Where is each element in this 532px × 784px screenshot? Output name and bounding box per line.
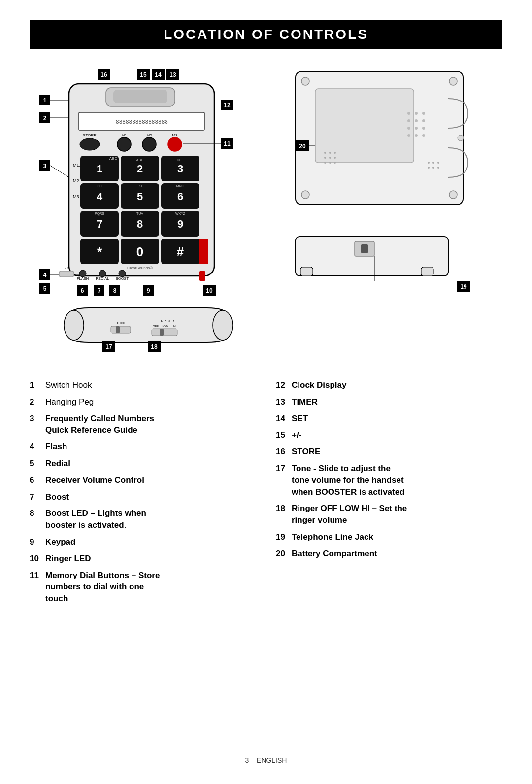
svg-text:PQRS: PQRS [95,212,104,216]
svg-point-149 [458,135,464,141]
list-item-12: 12 Clock Display [276,379,502,391]
item-num-20: 20 [276,548,292,560]
svg-point-132 [329,152,331,154]
item-num-11: 11 [30,570,45,605]
svg-rect-12 [113,90,167,103]
phone-front-svg: 16 15 14 13 12 [30,64,266,301]
svg-point-121 [415,119,418,122]
svg-point-122 [422,119,425,122]
svg-rect-152 [421,267,433,276]
list-item-4: 4 Flash [30,441,256,453]
handset-svg: TONE RINGER OFF LOW HI 17 18 [30,301,266,355]
item-num-18: 18 [276,503,292,526]
list-item-3: 3 Frequently Called NumbersQuick Referen… [30,413,256,437]
item-text-3: Frequently Called NumbersQuick Reference… [45,413,154,437]
svg-rect-116 [315,89,414,163]
svg-point-120 [407,119,410,122]
svg-text:14: 14 [155,71,162,78]
svg-text:JKL: JKL [137,184,143,188]
svg-point-20 [117,137,131,151]
svg-text:7: 7 [98,287,101,294]
svg-text:4: 4 [97,190,103,203]
svg-text:8: 8 [113,287,117,294]
svg-point-123 [407,127,410,130]
item-num-9: 9 [30,536,45,548]
svg-text:M3.: M3. [73,194,80,199]
svg-rect-107 [152,329,177,336]
svg-point-138 [329,162,331,164]
svg-point-22 [168,137,182,151]
svg-text:7: 7 [97,218,102,230]
svg-text:3: 3 [177,163,183,175]
svg-text:MNO: MNO [176,184,185,188]
legend-right: 12 Clock Display 13 TIMER 14 SET 15 +/- … [276,379,502,610]
svg-point-130 [449,191,457,199]
svg-point-131 [324,152,326,154]
item-num-17: 17 [276,463,292,498]
svg-text:ABC: ABC [136,158,143,162]
svg-text:DEF: DEF [177,158,184,162]
svg-point-114 [301,77,309,85]
svg-text:*: * [97,244,102,259]
svg-text:M3: M3 [172,133,178,137]
svg-text:9: 9 [177,218,183,230]
svg-point-98 [64,310,84,340]
list-item-19: 19 Telephone Line Jack [276,531,502,543]
svg-text:5: 5 [137,190,143,203]
phone-diagrams: 16 15 14 13 12 [30,64,266,355]
diagram-left: 16 15 14 13 12 [30,64,266,355]
list-item-13: 13 TIMER [276,396,502,408]
item-num-4: 4 [30,441,45,453]
footer-text: 3 – ENGLISH [245,756,287,764]
list-item-11: 11 Memory Dial Buttons – Storenumbers to… [30,570,256,605]
item-num-12: 12 [276,379,292,391]
list-item-20: 20 Battery Compartment [276,548,502,560]
svg-point-135 [329,157,331,159]
item-num-3: 3 [30,413,45,437]
svg-text:9: 9 [147,287,150,294]
item-text-10: Ringer LED [45,553,91,565]
item-text-17: Tone - Slide to adjust thetone volume fo… [292,463,405,498]
svg-text:#: # [177,244,184,259]
svg-text:1: 1 [97,163,102,175]
svg-text:M1: M1 [121,133,127,137]
svg-text:18: 18 [151,343,158,350]
svg-text:19: 19 [460,283,467,290]
svg-text:WXYZ: WXYZ [175,212,186,215]
item-text-15: +/- [292,429,301,441]
svg-point-125 [422,127,425,130]
svg-point-70 [119,270,126,277]
item-num-15: 15 [276,429,292,441]
svg-point-134 [324,157,326,159]
svg-line-79 [50,166,69,177]
item-num-16: 16 [276,446,292,458]
item-text-19: Telephone Line Jack [292,531,373,543]
svg-text:20: 20 [299,143,306,150]
svg-text:16: 16 [100,71,107,78]
svg-point-136 [334,157,336,159]
list-item-18: 18 Ringer OFF LOW HI – Set theringer vol… [276,503,502,526]
list-item-17: 17 Tone - Slide to adjust thetone volume… [276,463,502,498]
svg-point-124 [415,127,418,130]
diagrams-row: 16 15 14 13 12 [30,64,502,355]
svg-text:M2: M2 [146,133,152,137]
list-item-15: 15 +/- [276,429,502,441]
list-item-7: 7 Boost [30,491,256,503]
svg-text:TUV: TUV [136,212,143,215]
svg-text:ClearSounds®: ClearSounds® [127,266,153,270]
svg-text:LOW: LOW [162,325,168,328]
svg-rect-154 [361,244,368,253]
svg-text:17: 17 [105,343,112,350]
item-num-13: 13 [276,396,292,408]
item-text-6: Receiver Volume Control [45,475,144,486]
page: LOCATION OF CONTROLS 16 15 14 13 1 [0,0,532,784]
svg-rect-101 [111,326,131,333]
svg-point-119 [422,112,425,115]
item-num-19: 19 [276,531,292,543]
list-item-16: 16 STORE [276,446,502,458]
svg-text:15: 15 [140,71,147,78]
phone-bottom-svg: 19 [286,232,483,301]
svg-text:2: 2 [43,115,47,122]
svg-text:RINGER: RINGER [161,319,174,323]
svg-text:STORE: STORE [83,133,96,137]
